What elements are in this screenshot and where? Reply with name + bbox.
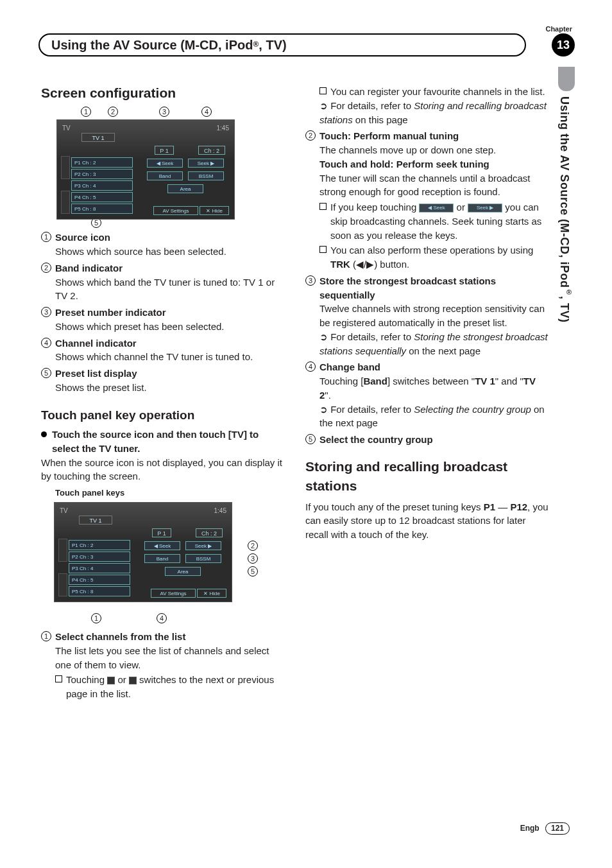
trk-label: TRK <box>330 259 350 270</box>
def-body: Shows the preset list. <box>55 382 147 393</box>
text: Twelve channels with strong reception se… <box>319 303 545 328</box>
callout-2: 2 <box>248 541 258 551</box>
preset-row[interactable]: P3 Ch : 4 <box>69 563 130 573</box>
heading-screen-config: Screen configuration <box>41 83 285 103</box>
side-prefix: Using the AV Source (M-CD, iPod <box>558 96 571 288</box>
sub-text: Touching <box>66 674 107 685</box>
footer: Engb 121 <box>520 822 570 835</box>
channel-box: Ch : 2 <box>196 528 223 537</box>
callout-1: 1 <box>81 107 91 117</box>
title-sup: ® <box>253 39 259 50</box>
preset-row[interactable]: P5 Ch : 8 <box>69 586 130 596</box>
page-title: Using the AV Source (M-CD, iPod®, TV) <box>38 33 526 56</box>
band-button[interactable]: Band <box>147 171 183 180</box>
seek-left-inline: ◀ Seek <box>419 204 454 213</box>
hide-button[interactable]: ✕ Hide <box>197 589 226 598</box>
text: The tuner will scan the channels until a… <box>319 173 531 198</box>
seek-right-button[interactable]: Seek ▶ <box>185 541 221 550</box>
scroll-down-icon[interactable] <box>58 573 67 596</box>
preset-row[interactable]: P3 Ch : 4 <box>71 180 133 191</box>
seek-right-button[interactable]: Seek ▶ <box>188 159 224 168</box>
callout-5: 5 <box>248 566 258 577</box>
av-settings-button[interactable]: AV Settings <box>153 206 198 215</box>
scroll-col <box>61 156 70 225</box>
page-down-icon <box>129 677 137 684</box>
chapter-number: 13 <box>552 33 575 56</box>
p12: P12 <box>510 501 527 512</box>
bssm-button[interactable]: BSSM <box>188 171 224 180</box>
page-number: 121 <box>545 822 570 835</box>
text: If you touch any of the preset tuning ke… <box>305 501 484 512</box>
callout-4: 4 <box>157 613 167 623</box>
tv-source: TV <box>60 507 68 516</box>
seek-left-button[interactable]: ◀ Seek <box>147 159 183 168</box>
hide-button[interactable]: ✕ Hide <box>200 206 229 215</box>
def-title: Preset number indicator <box>55 307 166 318</box>
preset-row[interactable]: P1 Ch : 2 <box>69 540 130 550</box>
def-body: The list lets you see the list of channe… <box>55 645 269 670</box>
def-title2: Touch and hold: Perform seek tuning <box>319 159 489 169</box>
title-prefix: Using the AV Source (M-CD, iPod <box>51 36 253 55</box>
ref-text: For details, refer to <box>330 331 414 342</box>
preset-row[interactable]: P4 Ch : 5 <box>69 575 130 585</box>
def-title: Select channels from the list <box>55 631 185 642</box>
arrow-icon: ➲ <box>319 404 330 415</box>
def-num: 4 <box>41 338 51 348</box>
def-title: Preset list display <box>55 368 137 379</box>
def-body: Shows which band the TV tuner is tuned t… <box>55 277 275 302</box>
def-num: 4 <box>305 361 316 372</box>
ref-text: For details, refer to <box>330 100 414 111</box>
tv-screenshot-2: TV 1:45 TV 1 P 1 Ch : 2 P1 Ch : 2 P2 Ch … <box>54 502 232 602</box>
channel-box: Ch : 2 <box>198 146 225 155</box>
preset-row[interactable]: P1 Ch : 2 <box>71 157 133 168</box>
right-column: You can register your favourite channels… <box>305 83 549 701</box>
def-title: Source icon <box>55 232 110 243</box>
scroll-up-icon[interactable] <box>61 156 70 179</box>
text: ". <box>325 390 331 401</box>
tv-time: 1:45 <box>217 124 229 134</box>
sub-bullet: You can register your favourite channels… <box>305 85 549 99</box>
scroll-up-icon[interactable] <box>58 539 67 562</box>
figure-screen-config: 1 2 3 4 5 TV 1:45 TV 1 P 1 Ch : 2 P1 Ch … <box>56 108 236 227</box>
area-button[interactable]: Area <box>165 567 201 576</box>
def-num: 5 <box>41 368 51 378</box>
text: You can also perform these operations by… <box>330 245 533 256</box>
scroll-down-icon[interactable] <box>61 191 70 214</box>
sub-text: or <box>115 674 129 685</box>
sub-text: You can register your favourite channels… <box>330 85 545 99</box>
chapter-label: Chapter <box>545 24 572 35</box>
preset-row[interactable]: P4 Ch : 5 <box>71 192 133 202</box>
def-num: 5 <box>305 434 316 444</box>
def-title: Select the country group <box>319 434 433 445</box>
definition-list: 1Source iconShows which source has been … <box>41 230 285 394</box>
def-body: Shows which channel the TV tuner is tune… <box>55 351 253 362</box>
scroll-col <box>58 539 67 608</box>
box-icon <box>319 203 327 210</box>
heading-storing: Storing and recalling broadcast stations <box>305 457 549 496</box>
storing-para: If you touch any of the preset tuning ke… <box>305 500 549 542</box>
preset-row[interactable]: P2 Ch : 3 <box>69 551 130 562</box>
band-word: Band <box>363 376 387 386</box>
callout-2: 2 <box>108 107 118 117</box>
def-num: 3 <box>41 307 51 317</box>
def-num: 3 <box>305 275 316 286</box>
tv-band: TV 1 <box>81 133 115 142</box>
footer-lang: Engb <box>520 824 540 833</box>
av-settings-button[interactable]: AV Settings <box>151 589 196 598</box>
seek-left-button[interactable]: ◀ Seek <box>144 541 180 550</box>
band-button[interactable]: Band <box>144 554 180 563</box>
box-icon <box>319 246 327 253</box>
side-section-title: Using the AV Source (M-CD, iPod®, TV) <box>556 96 574 323</box>
preset-row[interactable]: P5 Ch : 8 <box>71 204 133 214</box>
text: If you keep touching <box>330 202 419 213</box>
touch-body: When the source icon is not displayed, y… <box>41 456 285 484</box>
box-icon <box>55 675 62 682</box>
bssm-button[interactable]: BSSM <box>185 554 221 563</box>
ref-italic: Selecting the country group <box>414 404 531 415</box>
callout-3: 3 <box>248 553 258 564</box>
preset-row[interactable]: P2 Ch : 3 <box>71 169 133 179</box>
area-button[interactable]: Area <box>167 184 203 193</box>
side-suffix: , TV) <box>558 296 571 323</box>
text: " and " <box>495 376 523 386</box>
ref-text: on this page <box>353 114 408 125</box>
